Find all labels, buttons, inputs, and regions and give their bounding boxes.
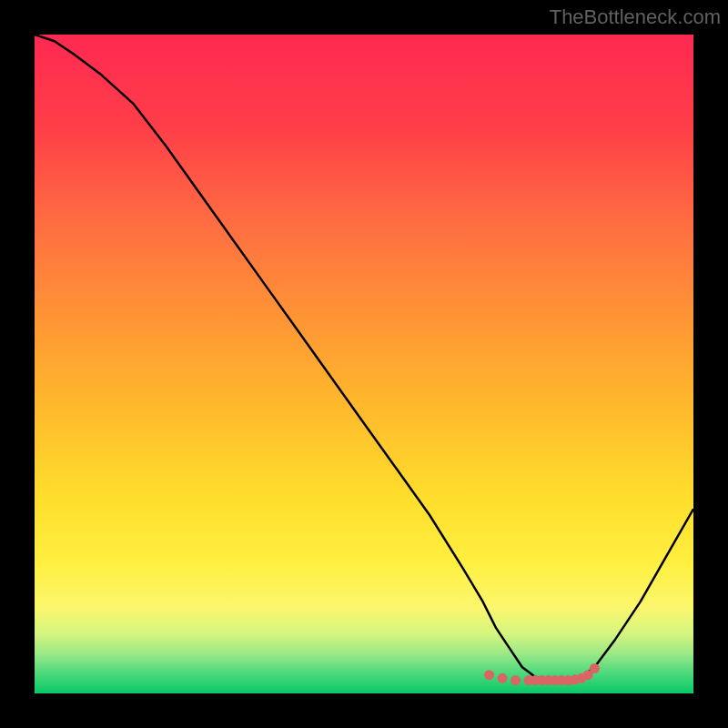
svg-point-1	[484, 670, 494, 680]
svg-point-3	[511, 675, 521, 685]
curve-line	[35, 35, 693, 693]
svg-point-2	[498, 673, 508, 683]
svg-point-14	[590, 663, 600, 673]
watermark-text: TheBottleneck.com	[550, 5, 721, 29]
chart-plot-area	[35, 35, 693, 693]
